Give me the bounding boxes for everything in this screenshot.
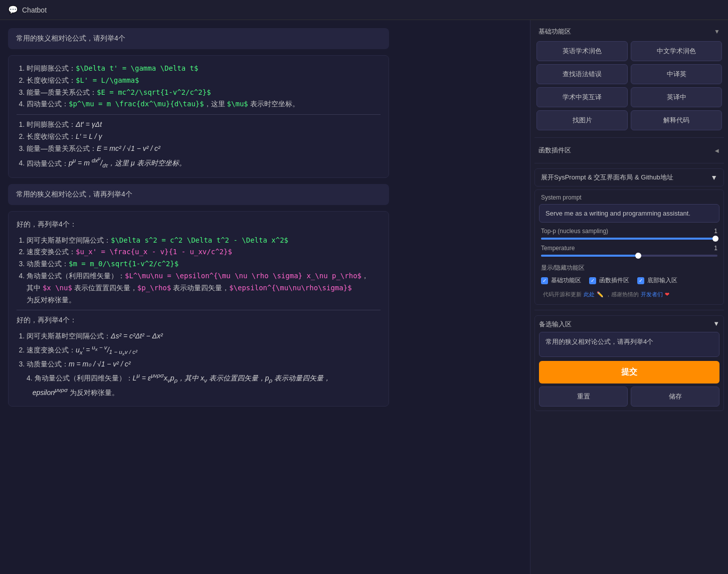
list-item: 速度变换公式：$u_x' = \frac{u_x - v}{1 - u_xv/c…	[27, 246, 381, 258]
btn-find-image[interactable]: 找图片	[536, 110, 628, 130]
submit-button[interactable]: 提交	[539, 361, 719, 384]
visibility-label: 显示/隐藏功能区	[541, 264, 717, 272]
top-p-label: Top-p (nucleus sampling)	[541, 228, 608, 235]
temperature-value: 1	[707, 245, 717, 252]
btn-en-academic[interactable]: 英语学术润色	[536, 41, 628, 61]
assistant-message-1: 时间膨胀公式：$\Delta t' = \gamma \Delta t$ 长度收…	[8, 55, 389, 178]
list-item: 能量—质量关系公式：$E = mc^2/\sqrt{1-v^2/c^2}$	[27, 87, 381, 99]
basic-func-grid: 英语学术润色 中文学术润色 查找语法错误 中译英 学术中英互译 英译中 找图片 …	[534, 39, 724, 132]
top-bar: 💬 Chatbot	[0, 0, 728, 20]
list-item: 四动量公式：pμ = m dxμ/dτ，这里 μ 表示时空坐标。	[27, 155, 381, 170]
btn-cn-to-en[interactable]: 中译英	[631, 64, 722, 84]
sidebar: 基础功能区 ▼ 英语学术润色 中文学术润色 查找语法错误 中译英 学术中英互译 …	[530, 20, 728, 574]
user-message-2: 常用的狭义相对论公式，请再列举4个	[8, 184, 389, 205]
basic-func-section: 基础功能区 ▼ 英语学术润色 中文学术润色 查找语法错误 中译英 学术中英互译 …	[534, 24, 724, 132]
basic-func-arrow: ▼	[714, 28, 720, 35]
sysprompt-label: System prompt	[539, 194, 719, 201]
checkbox-plugin-box[interactable]: ✓	[589, 277, 596, 284]
temperature-row: Temperature 1	[539, 245, 719, 252]
list-item: 时间膨胀公式：$\Delta t' = \gamma \Delta t$	[27, 63, 381, 75]
developers-link[interactable]: 开发者们	[641, 291, 663, 298]
sysprompt-section: System prompt Serve me as a writing and …	[534, 189, 724, 305]
checkbox-plugin[interactable]: ✓ 函数插件区	[589, 276, 629, 285]
checkbox-row: ✓ 基础功能区 ✓ 函数插件区 ✓ 底部输入区	[541, 276, 717, 285]
app-title: Chatbot	[22, 6, 47, 14]
btn-explain-code[interactable]: 解释代码	[631, 110, 722, 130]
user-message-1: 常用的狭义相对论公式，请列举4个	[8, 28, 389, 49]
checkbox-basic-box[interactable]: ✓	[541, 277, 548, 284]
store-button[interactable]: 储存	[631, 387, 719, 407]
list-item: 能量—质量关系公式：E = mc² / √1 − v² / c²	[27, 143, 381, 155]
list-item: 闵可夫斯基时空间隔公式：Δs² = c²Δt² − Δx²	[27, 330, 381, 342]
list-item: 四动量公式：$p^\mu = m \frac{dx^\mu}{d\tau}$，这…	[27, 98, 381, 110]
list-item: 角动量公式（利用四维矢量）：$L^\mu\nu = \epsilon^{\mu …	[27, 270, 381, 306]
temperature-label: Temperature	[541, 245, 575, 252]
expand-arrow: ▼	[710, 173, 717, 181]
list-item: 动质量公式：m = m₀ / √1 − v² / c²	[27, 358, 381, 370]
footer-links: 代码开源和更新 此处 ✏️ ，感谢热情的 开发者们 ❤	[539, 289, 719, 300]
list-item: 动质量公式：$m = m_0/\sqrt{1-v^2/c^2}$	[27, 258, 381, 270]
basic-func-header[interactable]: 基础功能区 ▼	[534, 24, 724, 39]
chat-area[interactable]: 常用的狭义相对论公式，请列举4个 时间膨胀公式：$\Delta t' = \ga…	[0, 20, 530, 574]
alt-input-arrow: ▼	[713, 320, 719, 329]
chatbot-icon: 💬	[8, 5, 18, 15]
alt-input-section: 备选输入区 ▼ 常用的狭义相对论公式，请再列举4个 提交 重置 储存	[534, 315, 724, 411]
main-layout: 常用的狭义相对论公式，请列举4个 时间膨胀公式：$\Delta t' = \ga…	[0, 20, 728, 574]
heart-icon: ❤	[665, 291, 669, 298]
checkbox-basic[interactable]: ✓ 基础功能区	[541, 276, 581, 285]
list-item: 4. 角动量公式（利用四维矢量）：Lμ = εμνρσxνpρ，其中 xν 表示…	[17, 370, 381, 399]
list-item: 长度收缩公式：$L' = L/\gamma$	[27, 75, 381, 87]
reset-button[interactable]: 重置	[539, 387, 628, 407]
top-p-row: Top-p (nucleus sampling) 1	[539, 228, 719, 235]
assistant-message-2: 好的，再列举4个： 闵可夫斯基时空间隔公式：$\Delta s^2 = c^2 …	[8, 211, 389, 407]
top-p-value: 1	[707, 228, 717, 235]
alt-input-value[interactable]: 常用的狭义相对论公式，请再列举4个	[539, 332, 719, 357]
temperature-slider[interactable]	[539, 255, 719, 257]
visibility-section: 显示/隐藏功能区 ✓ 基础功能区 ✓ 函数插件区 ✓ 底部输入区	[539, 262, 719, 289]
list-item: 长度收缩公式：L′ = L / γ	[27, 131, 381, 143]
checkbox-bottom[interactable]: ✓ 底部输入区	[637, 276, 677, 285]
checkbox-bottom-box[interactable]: ✓	[637, 277, 644, 284]
sysprompt-value[interactable]: Serve me as a writing and programming as…	[539, 204, 719, 223]
btn-cn-academic[interactable]: 中文学术润色	[631, 41, 722, 61]
list-item: 时间膨胀公式：Δt′ = γΔt	[27, 119, 381, 131]
bottom-buttons: 重置 储存	[539, 387, 719, 407]
btn-grammar[interactable]: 查找语法错误	[536, 64, 628, 84]
top-p-slider[interactable]	[539, 238, 719, 240]
alt-input-header[interactable]: 备选输入区 ▼	[539, 320, 719, 329]
plugin-section[interactable]: 函数插件区 ◄	[534, 143, 724, 158]
expand-sysprompt-header[interactable]: 展开SysPrompt & 交互界面布局 & Github地址 ▼	[534, 168, 724, 186]
plugin-arrow: ◄	[713, 147, 720, 154]
list-item: 速度变换公式：ux′ = ux − v/1 − uxv / c²	[27, 342, 381, 358]
source-link[interactable]: 此处	[584, 291, 595, 298]
list-item: 闵可夫斯基时空间隔公式：$\Delta s^2 = c^2 \Delta t^2…	[27, 235, 381, 247]
btn-en-to-cn[interactable]: 英译中	[631, 87, 722, 107]
btn-academic-translate[interactable]: 学术中英互译	[536, 87, 628, 107]
